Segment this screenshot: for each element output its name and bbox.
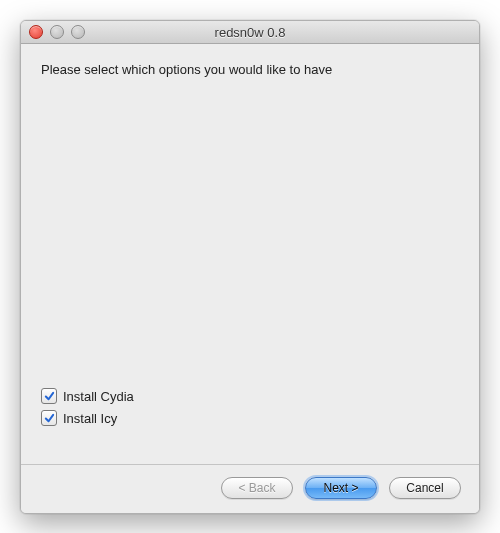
titlebar[interactable]: redsn0w 0.8 (21, 21, 479, 44)
button-row: < Back Next > Cancel (21, 465, 479, 513)
content-area: Please select which options you would li… (21, 44, 479, 464)
option-install-cydia: Install Cydia (41, 388, 459, 404)
checkmark-icon (44, 413, 55, 424)
window-close-button[interactable] (29, 25, 43, 39)
back-button: < Back (221, 477, 293, 499)
window-title: redsn0w 0.8 (21, 25, 479, 40)
checkbox-install-icy[interactable] (41, 410, 57, 426)
option-label: Install Cydia (63, 389, 134, 404)
option-install-icy: Install Icy (41, 410, 459, 426)
app-window: redsn0w 0.8 Please select which options … (20, 20, 480, 514)
window-zoom-button[interactable] (71, 25, 85, 39)
traffic-lights (21, 25, 85, 39)
cancel-button[interactable]: Cancel (389, 477, 461, 499)
checkbox-install-cydia[interactable] (41, 388, 57, 404)
checkmark-icon (44, 391, 55, 402)
instruction-text: Please select which options you would li… (41, 62, 459, 77)
options-list: Install Cydia Install Icy (41, 382, 459, 432)
next-button[interactable]: Next > (305, 477, 377, 499)
window-minimize-button[interactable] (50, 25, 64, 39)
option-label: Install Icy (63, 411, 117, 426)
